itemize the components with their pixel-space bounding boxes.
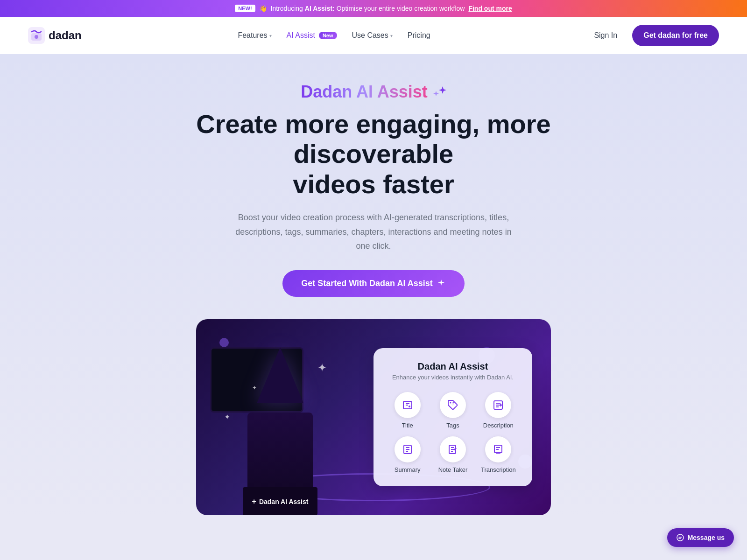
tags-label: Tags: [446, 422, 459, 429]
tags-icon: [440, 392, 466, 418]
star-deco-1: ✦: [224, 413, 230, 421]
ai-feature-note-taker: Note Taker: [434, 436, 472, 473]
witch-hat: [257, 347, 303, 403]
description-icon: [485, 392, 511, 418]
sparkle-icon: [437, 279, 446, 288]
nav-actions: Sign In Get dadan for free: [586, 25, 719, 46]
ai-feature-transcription: Transcription: [479, 436, 517, 473]
ai-feature-tags: Tags: [434, 392, 472, 429]
hero-section: Dadan AI Assist Create more engaging, mo…: [0, 54, 747, 515]
wizard-figure: ✦ ✦ ✦ Dadan AI Assist: [215, 338, 345, 515]
nav-pricing[interactable]: Pricing: [402, 28, 436, 43]
note-taker-label: Note Taker: [438, 466, 468, 473]
transcription-label: Transcription: [481, 466, 516, 473]
hero-subtitle: Boost your video creation process with A…: [229, 210, 518, 253]
transcription-icon: [485, 436, 511, 462]
hero-cta-button[interactable]: Get Started With Dadan AI Assist: [282, 270, 465, 297]
chevron-down-icon-2: ▾: [390, 33, 393, 38]
note-taker-icon: [440, 436, 466, 462]
sparkles-icon: [431, 84, 446, 99]
navbar: dadan Features ▾ AI Assist New Use Cases…: [0, 17, 747, 54]
nav-features[interactable]: Features ▾: [232, 28, 277, 43]
nav-ai-assist[interactable]: AI Assist New: [281, 28, 343, 43]
hero-image: ✦ ✦ ✦ Dadan AI Assist Dadan AI Assist En…: [196, 319, 551, 515]
banner-link[interactable]: Find out more: [468, 5, 512, 12]
title-label: Title: [402, 422, 413, 429]
description-label: Description: [483, 422, 514, 429]
svg-rect-10: [496, 452, 500, 454]
hero-cta-label: Get Started With Dadan AI Assist: [301, 279, 433, 288]
new-badge: NEW!: [235, 5, 255, 12]
chevron-down-icon: ▾: [269, 33, 272, 38]
ai-feature-title: Title: [388, 392, 426, 429]
ai-features-grid: Title Tags: [388, 392, 517, 473]
title-icon: [395, 392, 421, 418]
logo-icon: [28, 27, 45, 44]
ai-panel-title: Dadan AI Assist: [388, 361, 517, 372]
banner-description: Introducing AI Assist: Optimise your ent…: [271, 5, 465, 12]
announcement-banner: NEW! 👋 Introducing AI Assist: Optimise y…: [0, 0, 747, 17]
svg-point-4: [409, 406, 410, 407]
hero-title: Create more engaging, more discoverable …: [191, 109, 556, 199]
svg-point-2: [35, 35, 38, 39]
banner-emoji: 👋: [259, 5, 267, 12]
get-started-button[interactable]: Get dadan for free: [632, 25, 719, 46]
star-deco-3: ✦: [317, 361, 327, 374]
sign-in-button[interactable]: Sign In: [586, 28, 625, 43]
ai-panel-subtitle: Enhance your videos instantly with Dadan…: [388, 374, 517, 381]
logo-text: dadan: [49, 29, 82, 42]
new-badge-nav: New: [319, 32, 337, 39]
hero-eyebrow: Dadan AI Assist: [9, 82, 738, 102]
ai-feature-summary: Summary: [388, 436, 426, 473]
summary-label: Summary: [395, 466, 421, 473]
nav-use-cases[interactable]: Use Cases ▾: [346, 28, 398, 43]
summary-icon: [395, 436, 421, 462]
ai-feature-description: Description: [479, 392, 517, 429]
wizard-label: Dadan AI Assist: [252, 497, 309, 506]
nav-links: Features ▾ AI Assist New Use Cases ▾ Pri…: [232, 28, 436, 43]
hero-product-name: Dadan AI Assist: [301, 82, 427, 102]
logo[interactable]: dadan: [28, 27, 82, 44]
ai-assist-panel: Dadan AI Assist Enhance your videos inst…: [374, 348, 532, 486]
star-deco-2: ✦: [252, 385, 257, 391]
